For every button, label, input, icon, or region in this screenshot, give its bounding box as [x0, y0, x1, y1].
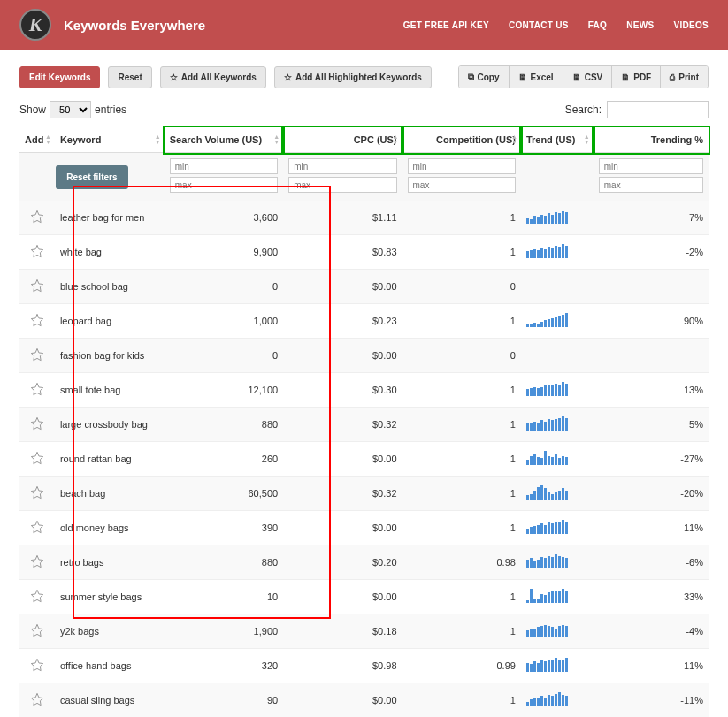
trending-max-input[interactable] [599, 177, 703, 193]
nav-link[interactable]: GET FREE API KEY [403, 20, 489, 30]
cell-cpc: $0.20 [283, 545, 402, 580]
cell-cpc: $0.00 [283, 511, 402, 545]
col-volume[interactable]: Search Volume (US)▲▼ [165, 127, 283, 153]
sparkline-icon [526, 313, 568, 327]
star-icon[interactable] [30, 520, 44, 534]
reset-button[interactable]: Reset [108, 66, 151, 88]
sparkline-icon [526, 451, 568, 465]
star-icon[interactable] [30, 623, 44, 637]
table-row: beach bag60,500$0.321-20% [19, 477, 709, 511]
cell-keyword: small tote bag [55, 373, 165, 408]
cell-competition: 1 [402, 683, 521, 718]
comp-min-input[interactable] [408, 158, 516, 174]
cell-competition: 0.99 [402, 649, 521, 683]
comp-max-input[interactable] [408, 177, 516, 193]
table-controls: Show 50 entries Search: [19, 101, 709, 118]
star-icon[interactable] [30, 416, 44, 431]
cell-trend [521, 201, 594, 235]
nav-link[interactable]: VIDEOS [673, 20, 709, 30]
cell-competition: 1 [402, 442, 521, 477]
star-icon[interactable] [30, 589, 44, 603]
cell-volume: 260 [165, 442, 283, 477]
cell-volume: 1,900 [165, 614, 283, 649]
volume-max-input[interactable] [170, 177, 278, 193]
edit-keywords-button[interactable]: Edit Keywords [19, 66, 100, 88]
show-label: Show [19, 103, 46, 116]
copy-button[interactable]: ⧉Copy [459, 66, 510, 88]
star-icon: ☆ [170, 72, 178, 82]
cpc-min-input[interactable] [288, 158, 396, 174]
nav-link[interactable]: CONTACT US [509, 20, 569, 30]
csv-button[interactable]: 🗎CSV [563, 66, 613, 88]
cell-volume: 320 [165, 649, 283, 683]
search-input[interactable] [607, 101, 709, 118]
sparkline-icon [526, 382, 568, 396]
cell-trend [521, 339, 594, 373]
cell-cpc: $0.30 [283, 373, 402, 408]
cell-trending: 33% [594, 580, 709, 614]
cell-trending: 7% [594, 201, 709, 235]
star-icon[interactable] [30, 347, 44, 362]
col-cpc[interactable]: CPC (US)▲▼ [283, 127, 402, 153]
pdf-button[interactable]: 🗎PDF [612, 66, 661, 88]
table-row: round rattan bag260$0.001-27% [19, 442, 709, 477]
col-trending[interactable]: Trending % [594, 127, 709, 153]
nav-link[interactable]: FAQ [588, 20, 607, 30]
table-row: blue school bag0$0.000 [19, 270, 709, 304]
cell-keyword: leather bag for men [55, 201, 165, 235]
entries-select[interactable]: 50 [50, 101, 91, 118]
excel-button[interactable]: 🗎Excel [510, 66, 563, 88]
star-icon[interactable] [30, 313, 44, 327]
col-trend[interactable]: Trend (US)▲▼ [521, 127, 594, 153]
cell-trend [521, 683, 594, 718]
cell-competition: 1 [402, 511, 521, 545]
trending-min-input[interactable] [599, 158, 703, 174]
cell-competition: 0 [402, 339, 521, 373]
cell-cpc: $0.00 [283, 683, 402, 718]
star-icon[interactable] [30, 485, 44, 500]
table-row: fashion bag for kids0$0.000 [19, 339, 709, 373]
cell-cpc: $0.18 [283, 614, 402, 649]
cell-competition: 1 [402, 408, 521, 442]
cell-cpc: $0.32 [283, 477, 402, 511]
star-icon[interactable] [30, 210, 44, 224]
star-icon[interactable] [30, 451, 44, 465]
nav-link[interactable]: NEWS [626, 20, 654, 30]
print-button[interactable]: ⎙Print [661, 66, 708, 88]
cell-trending: -6% [594, 545, 709, 580]
star-icon[interactable] [30, 554, 44, 568]
cell-cpc: $0.98 [283, 649, 402, 683]
volume-min-input[interactable] [170, 158, 278, 174]
cell-competition: 1 [402, 201, 521, 235]
cell-cpc: $0.23 [283, 304, 402, 339]
reset-filters-button[interactable]: Reset filters [56, 165, 127, 189]
star-icon[interactable] [30, 658, 44, 672]
toolbar: Edit Keywords Reset ☆Add All Keywords ☆A… [19, 65, 709, 88]
col-keyword[interactable]: Keyword▲▼ [55, 127, 165, 153]
add-all-highlighted-button[interactable]: ☆Add All Highlighted Keywords [274, 66, 432, 88]
cell-trend [521, 408, 594, 442]
app-header: K Keywords Everywhere GET FREE API KEYCO… [0, 0, 728, 50]
cpc-max-input[interactable] [288, 177, 396, 193]
keywords-table: Add▲▼ Keyword▲▼ Search Volume (US)▲▼ CPC… [19, 127, 709, 717]
cell-competition: 1 [402, 304, 521, 339]
star-icon[interactable] [30, 244, 44, 258]
cell-cpc: $0.00 [283, 580, 402, 614]
cell-trending: 13% [594, 373, 709, 408]
table-row: large crossbody bag880$0.3215% [19, 408, 709, 442]
star-icon[interactable] [30, 278, 44, 293]
cell-trending: 90% [594, 304, 709, 339]
col-add[interactable]: Add▲▼ [19, 127, 55, 153]
logo: K [19, 9, 51, 41]
star-icon[interactable] [30, 382, 44, 396]
cell-keyword: fashion bag for kids [55, 339, 165, 373]
star-icon[interactable] [30, 692, 44, 706]
brand-title: Keywords Everywhere [64, 18, 205, 33]
add-all-keywords-button[interactable]: ☆Add All Keywords [160, 66, 266, 88]
search-label: Search: [565, 103, 602, 116]
table-row: leather bag for men3,600$1.1117% [19, 201, 709, 235]
cell-keyword: white bag [55, 235, 165, 270]
cell-cpc: $0.00 [283, 442, 402, 477]
col-competition[interactable]: Competition (US)▲▼ [402, 127, 521, 153]
cell-trending: -20% [594, 477, 709, 511]
